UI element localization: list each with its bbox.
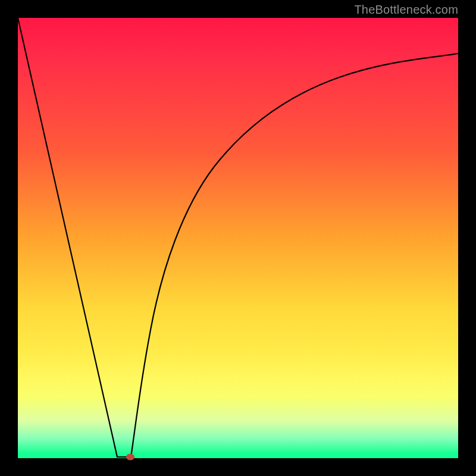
plot-area xyxy=(18,18,458,458)
curve-right-segment xyxy=(131,54,458,457)
optimal-marker xyxy=(126,454,134,461)
attribution-label: TheBottleneck.com xyxy=(354,3,458,17)
chart-frame: TheBottleneck.com xyxy=(0,0,476,476)
curve-left-segment xyxy=(18,18,117,457)
bottleneck-curve xyxy=(18,18,458,458)
